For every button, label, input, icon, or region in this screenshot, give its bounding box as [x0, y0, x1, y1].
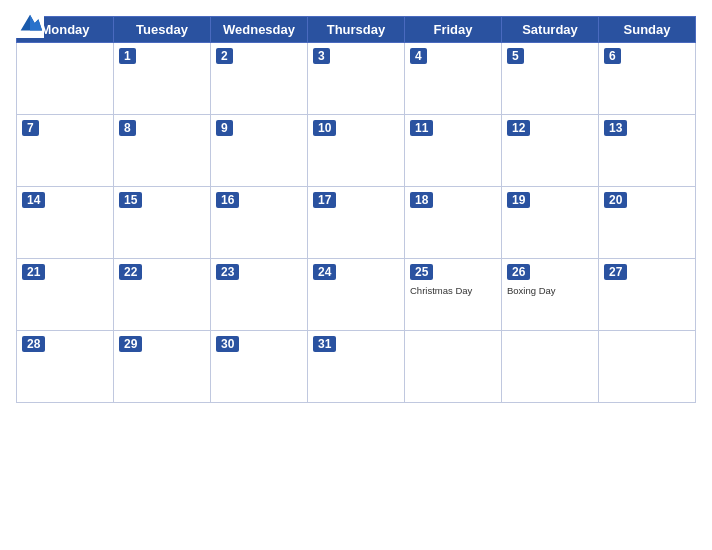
calendar-cell: 27 — [599, 259, 696, 331]
calendar-cell: 25Christmas Day — [405, 259, 502, 331]
weekday-header-wednesday: Wednesday — [211, 17, 308, 43]
calendar-cell: 5 — [502, 43, 599, 115]
day-number: 17 — [313, 192, 336, 208]
week-row-3: 2122232425Christmas Day26Boxing Day27 — [17, 259, 696, 331]
week-row-2: 14151617181920 — [17, 187, 696, 259]
day-number: 8 — [119, 120, 136, 136]
day-number: 16 — [216, 192, 239, 208]
day-number: 2 — [216, 48, 233, 64]
day-number: 7 — [22, 120, 39, 136]
calendar-cell: 22 — [114, 259, 211, 331]
day-number: 21 — [22, 264, 45, 280]
logo-icon — [16, 10, 44, 38]
day-number: 15 — [119, 192, 142, 208]
day-number: 1 — [119, 48, 136, 64]
week-row-1: 78910111213 — [17, 115, 696, 187]
calendar-cell: 2 — [211, 43, 308, 115]
weekday-header-row: MondayTuesdayWednesdayThursdayFridaySatu… — [17, 17, 696, 43]
week-row-0: 123456 — [17, 43, 696, 115]
calendar-cell: 13 — [599, 115, 696, 187]
day-number: 26 — [507, 264, 530, 280]
holiday-name: Christmas Day — [410, 285, 496, 296]
weekday-header-sunday: Sunday — [599, 17, 696, 43]
day-number: 4 — [410, 48, 427, 64]
calendar-cell — [17, 43, 114, 115]
calendar-cell: 7 — [17, 115, 114, 187]
calendar-cell: 12 — [502, 115, 599, 187]
calendar-cell: 8 — [114, 115, 211, 187]
calendar-cell: 19 — [502, 187, 599, 259]
weekday-header-saturday: Saturday — [502, 17, 599, 43]
day-number: 10 — [313, 120, 336, 136]
day-number: 11 — [410, 120, 433, 136]
day-number: 30 — [216, 336, 239, 352]
logo-area — [16, 10, 47, 38]
day-number: 12 — [507, 120, 530, 136]
calendar-cell: 26Boxing Day — [502, 259, 599, 331]
day-number: 25 — [410, 264, 433, 280]
day-number: 27 — [604, 264, 627, 280]
holiday-name: Boxing Day — [507, 285, 593, 296]
day-number: 23 — [216, 264, 239, 280]
day-number: 3 — [313, 48, 330, 64]
day-number: 22 — [119, 264, 142, 280]
calendar-cell: 3 — [308, 43, 405, 115]
calendar-cell: 21 — [17, 259, 114, 331]
calendar-cell: 23 — [211, 259, 308, 331]
day-number: 19 — [507, 192, 530, 208]
day-number: 14 — [22, 192, 45, 208]
day-number: 29 — [119, 336, 142, 352]
calendar-cell: 4 — [405, 43, 502, 115]
calendar-cell: 28 — [17, 331, 114, 403]
calendar-cell: 15 — [114, 187, 211, 259]
day-number: 24 — [313, 264, 336, 280]
calendar-cell: 31 — [308, 331, 405, 403]
calendar-cell: 17 — [308, 187, 405, 259]
day-number: 9 — [216, 120, 233, 136]
calendar-cell: 24 — [308, 259, 405, 331]
calendar-cell — [502, 331, 599, 403]
calendar-cell: 11 — [405, 115, 502, 187]
calendar-cell: 18 — [405, 187, 502, 259]
calendar-wrapper: MondayTuesdayWednesdayThursdayFridaySatu… — [0, 0, 712, 550]
weekday-header-tuesday: Tuesday — [114, 17, 211, 43]
calendar-cell: 30 — [211, 331, 308, 403]
day-number: 6 — [604, 48, 621, 64]
weekday-header-thursday: Thursday — [308, 17, 405, 43]
calendar-cell: 6 — [599, 43, 696, 115]
calendar-cell: 29 — [114, 331, 211, 403]
day-number: 28 — [22, 336, 45, 352]
calendar-cell: 9 — [211, 115, 308, 187]
calendar-cell — [405, 331, 502, 403]
day-number: 20 — [604, 192, 627, 208]
calendar-cell — [599, 331, 696, 403]
day-number: 18 — [410, 192, 433, 208]
calendar-cell: 16 — [211, 187, 308, 259]
calendar-cell: 14 — [17, 187, 114, 259]
week-row-4: 28293031 — [17, 331, 696, 403]
day-number: 5 — [507, 48, 524, 64]
calendar-cell: 20 — [599, 187, 696, 259]
day-number: 31 — [313, 336, 336, 352]
calendar-grid: MondayTuesdayWednesdayThursdayFridaySatu… — [16, 16, 696, 403]
day-number: 13 — [604, 120, 627, 136]
calendar-cell: 1 — [114, 43, 211, 115]
calendar-cell: 10 — [308, 115, 405, 187]
weekday-header-friday: Friday — [405, 17, 502, 43]
